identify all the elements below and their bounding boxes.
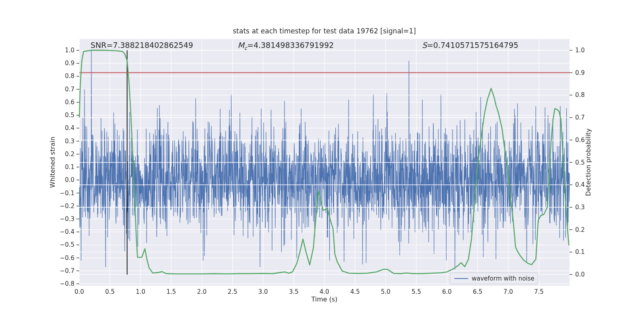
snr-annotation: SNR=7.388218402862549 <box>91 41 193 50</box>
y-tick-label-left: 0.8 <box>0 72 74 80</box>
x-axis-label: Time (s) <box>79 295 570 303</box>
legend-line-sample <box>454 278 468 279</box>
y-tick-label-left: 0.0 <box>0 176 74 184</box>
x-tick-label: 0.5 <box>98 288 122 295</box>
score-annotation: S=0.7410571575164795 <box>422 41 518 50</box>
x-tick-label: 7.0 <box>496 288 520 295</box>
x-tick-label: 2.0 <box>190 288 214 295</box>
y-tick-label-left: 0.9 <box>0 60 74 67</box>
y-tick-label-right: 1.0 <box>575 47 585 54</box>
x-tick-label: 4.5 <box>343 288 367 295</box>
x-tick-label: 0.0 <box>67 288 91 295</box>
y-tick-label-left: 0.7 <box>0 86 74 93</box>
y-tick-label-left: −0.7 <box>0 267 74 275</box>
y-tick-label-right: 0.2 <box>575 226 585 233</box>
x-tick-label: 4.0 <box>312 288 336 295</box>
y-tick-label-right: 0.6 <box>575 136 585 144</box>
y-tick-label-left: 0.3 <box>0 138 74 145</box>
x-tick-label: 5.5 <box>404 288 428 295</box>
x-tick-label: 7.5 <box>527 288 551 295</box>
y-axis-right-label: Detection probability <box>584 128 592 196</box>
y-tick-label-left: −0.5 <box>0 241 74 248</box>
y-tick-label-left: −0.4 <box>0 228 74 235</box>
y-tick-label-left: −0.1 <box>0 190 74 197</box>
chirp-mass-annotation: Mc=4.381498336791992 <box>237 41 334 51</box>
y-tick-label-left: −0.3 <box>0 215 74 223</box>
x-tick-label: 5.0 <box>374 288 398 295</box>
x-tick-label: 6.0 <box>435 288 459 295</box>
chart-title: stats at each timestep for test data 197… <box>79 27 570 35</box>
y-tick-label-left: −0.8 <box>0 280 74 287</box>
x-tick-label: 1.5 <box>159 288 183 295</box>
y-tick-label-left: 0.2 <box>0 151 74 158</box>
y-axis-left-label: Whitened strain <box>49 136 56 188</box>
y-tick-label-right: 0.9 <box>575 69 585 76</box>
figure: stats at each timestep for test data 197… <box>0 0 644 322</box>
y-tick-label-left: 0.4 <box>0 124 74 132</box>
y-tick-label-left: 0.5 <box>0 111 74 119</box>
y-tick-label-right: 0.5 <box>575 159 585 166</box>
x-tick-label: 3.5 <box>282 288 306 295</box>
y-tick-label-right: 0.8 <box>575 91 585 99</box>
y-tick-label-right: 0.0 <box>575 271 585 278</box>
y-tick-label-left: 0.6 <box>0 99 74 106</box>
y-tick-label-right: 0.4 <box>575 181 585 188</box>
y-tick-label-left: −0.2 <box>0 202 74 210</box>
y-tick-label-left: 1.0 <box>0 47 74 54</box>
x-tick-label: 3.0 <box>251 288 275 295</box>
y-tick-label-right: 0.7 <box>575 114 585 121</box>
x-tick-label: 6.5 <box>466 288 490 295</box>
y-tick-label-left: 0.1 <box>0 163 74 171</box>
legend: waveform with noise <box>450 272 538 284</box>
y-tick-label-left: −0.6 <box>0 254 74 262</box>
legend-label: waveform with noise <box>472 275 535 282</box>
x-tick-label: 2.5 <box>221 288 245 295</box>
x-tick-label: 1.0 <box>128 288 153 295</box>
y-tick-label-right: 0.3 <box>575 204 585 211</box>
y-tick-label-right: 0.1 <box>575 248 585 256</box>
